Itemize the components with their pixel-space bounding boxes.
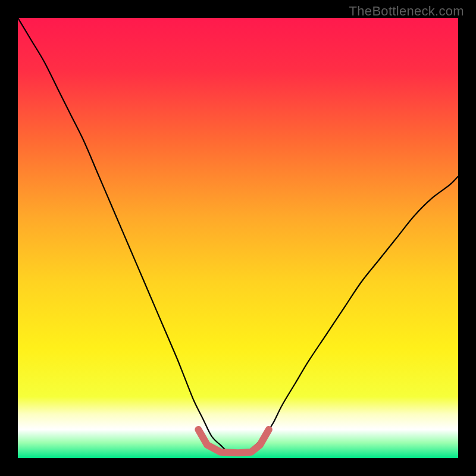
gradient-background <box>18 18 458 458</box>
chart-svg <box>18 18 458 458</box>
watermark-text: TheBottleneck.com <box>349 4 464 19</box>
plot-area <box>18 18 458 458</box>
chart-frame: TheBottleneck.com <box>0 0 476 476</box>
